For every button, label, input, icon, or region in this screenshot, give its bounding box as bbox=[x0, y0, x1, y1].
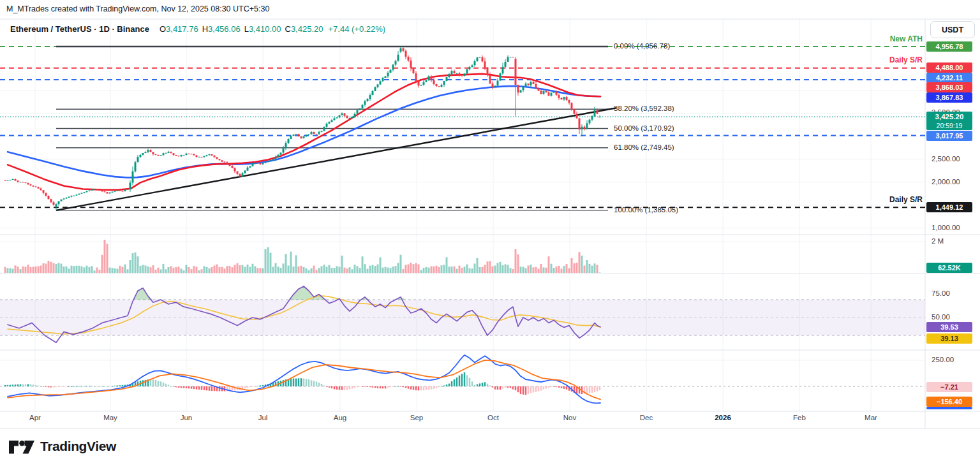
open-label: O bbox=[160, 24, 166, 34]
time-axis-label: Jul bbox=[249, 414, 277, 421]
signal-label-sliver bbox=[926, 407, 972, 409]
price-scale-badge: 4,956.78 bbox=[926, 41, 972, 52]
symbol-legend: Ethereum / TetherUS · 1D · BinanceO3,417… bbox=[10, 24, 385, 34]
time-axis-label: Oct bbox=[479, 414, 507, 421]
chart-canvas[interactable] bbox=[0, 0, 980, 468]
level-annotation-text: Daily S/R bbox=[785, 195, 923, 204]
price-scale-badge: 3,868.03 bbox=[926, 82, 972, 92]
fib-level-label: 61.80% (2,749.45) bbox=[614, 143, 674, 151]
time-axis-label: Aug bbox=[326, 414, 354, 421]
price-scale-badge: 3,017.95 bbox=[926, 131, 972, 141]
close-label: C bbox=[285, 24, 291, 34]
time-axis-label: Apr bbox=[21, 414, 49, 421]
low-label: L bbox=[244, 24, 249, 34]
fib-level-label: 50.00% (3,170.92) bbox=[614, 124, 674, 132]
time-axis-label: Sep bbox=[403, 414, 431, 421]
time-axis-label: Dec bbox=[632, 414, 660, 421]
price-scale-badge: 1,449.12 bbox=[926, 202, 972, 212]
price-scale-label: 2,500.00 bbox=[932, 155, 960, 163]
high-value: 3,456.06 bbox=[208, 24, 241, 34]
price-scale-badge: 39.13 bbox=[926, 333, 972, 344]
rsi-pane bbox=[0, 286, 925, 342]
symbol-title[interactable]: Ethereum / TetherUS · 1D · Binance bbox=[10, 24, 149, 34]
fib-level-label: 100.00% (1,385.05) bbox=[614, 206, 678, 214]
high-label: H bbox=[202, 24, 208, 34]
price-scale-label: 75.00 bbox=[932, 289, 950, 297]
price-scale-badge: 4,488.00 bbox=[926, 62, 972, 73]
price-scale-label: 2,000.00 bbox=[932, 178, 960, 186]
time-axis-label: 2026 bbox=[709, 414, 737, 421]
currency-toggle-button[interactable]: USDT bbox=[930, 21, 975, 38]
volume-pane bbox=[4, 240, 601, 274]
change-value: +7.44 (+0.22%) bbox=[329, 24, 386, 34]
time-axis-label: Feb bbox=[785, 414, 813, 421]
tradingview-logo-icon[interactable] bbox=[8, 437, 35, 455]
level-annotation-text: New ATH bbox=[785, 34, 923, 43]
close-value: 3,425.20 bbox=[291, 24, 323, 34]
gridlines bbox=[0, 19, 925, 411]
price-scale-badge: −7.21 bbox=[926, 382, 972, 392]
price-scale-badge: −156.40 bbox=[926, 397, 972, 407]
tradingview-footer: TradingView bbox=[8, 437, 116, 455]
price-scale-label: 250.00 bbox=[932, 356, 954, 363]
tradingview-wordmark[interactable]: TradingView bbox=[40, 439, 116, 454]
bar-countdown: 20:59:19 bbox=[926, 122, 972, 130]
price-scale-label: 2 M bbox=[932, 237, 944, 245]
price-scale-label: 1,000.00 bbox=[932, 224, 960, 231]
low-value: 3,410.00 bbox=[249, 24, 281, 34]
time-axis-label: Jun bbox=[172, 414, 200, 421]
time-axis-label: Nov bbox=[556, 414, 584, 421]
macd-pane bbox=[0, 355, 925, 404]
price-scale-badge: 4,232.11 bbox=[926, 73, 972, 83]
price-pane bbox=[0, 47, 925, 210]
time-axis-label: Mar bbox=[857, 414, 885, 421]
price-scale-badge: 39.53 bbox=[926, 322, 972, 332]
current-price-badge: 3,425.2020:59:19 bbox=[926, 112, 972, 130]
price-scale-badge: 62.52K bbox=[926, 263, 972, 273]
tradingview-chart-screenshot: { "header": { "credit": "M_MTrades creat… bbox=[0, 0, 980, 468]
open-value: 3,417.76 bbox=[166, 24, 198, 34]
current-price: 3,425.20 bbox=[926, 112, 972, 122]
fib-level-label: 0.00% (4,956.78) bbox=[614, 42, 670, 50]
level-annotation-text: Daily S/R bbox=[785, 55, 923, 64]
fib-level-label: 38.20% (3,592.38) bbox=[614, 105, 674, 112]
time-axis-label: May bbox=[96, 414, 124, 421]
credit-text: M_MTrades created with TradingView.com, … bbox=[6, 4, 269, 13]
price-scale-label: 50.00 bbox=[932, 313, 950, 321]
price-scale-badge: 3,867.83 bbox=[926, 92, 972, 103]
